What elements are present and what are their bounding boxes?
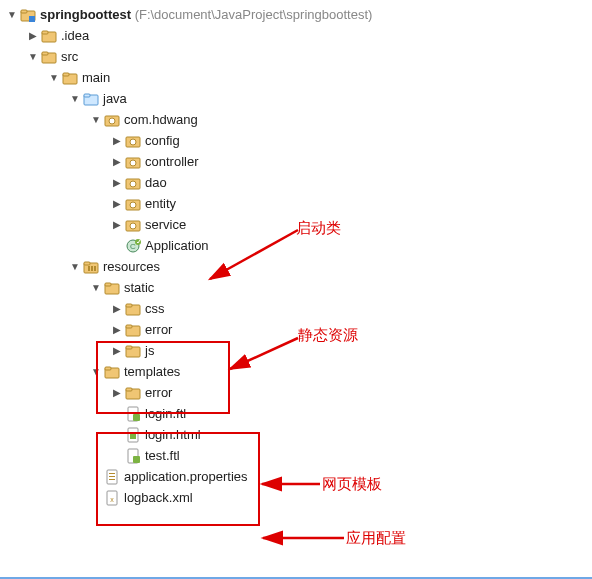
package-icon [125,154,141,170]
tree-item-label: js [145,340,154,361]
tree-row-java[interactable]: ▼ java [6,88,592,109]
chevron-right-icon[interactable]: ▶ [111,130,123,151]
java-class-icon: C [125,238,141,254]
tree-row-resources[interactable]: ▼ resources [6,256,592,277]
folder-icon [62,70,78,86]
properties-file-icon [104,469,120,485]
chevron-right-icon[interactable]: ▶ [111,214,123,235]
tree-row-terror[interactable]: ▶ error [6,382,592,403]
chevron-down-icon[interactable]: ▼ [69,256,81,277]
svg-rect-28 [88,266,90,271]
chevron-down-icon[interactable]: ▼ [27,46,39,67]
tree-item-label: test.ftl [145,445,180,466]
tree-row-service[interactable]: ▶ service [6,214,592,235]
chevron-right-icon[interactable]: ▶ [111,193,123,214]
chevron-down-icon[interactable]: ▼ [90,109,102,130]
tree-row-entity[interactable]: ▶ entity [6,193,592,214]
svg-rect-38 [126,346,132,349]
tree-row-error[interactable]: ▶ error [6,319,592,340]
tree-item-label: entity [145,193,176,214]
svg-point-25 [135,239,141,245]
tree-row-css[interactable]: ▶ css [6,298,592,319]
tree-item-label: controller [145,151,198,172]
tree-row-controller[interactable]: ▶ controller [6,151,592,172]
chevron-down-icon[interactable]: ▼ [48,67,60,88]
svg-rect-46 [130,433,136,439]
project-tree: ▼ springboottest (F:\document\JavaProjec… [0,0,592,508]
tree-item-label: templates [124,361,180,382]
svg-rect-44 [133,414,140,421]
tree-row-src[interactable]: ▼ src [6,46,592,67]
tree-item-label: login.html [145,424,201,445]
chevron-right-icon[interactable]: ▶ [111,172,123,193]
tree-row-main[interactable]: ▼ main [6,67,592,88]
chevron-down-icon[interactable]: ▼ [90,361,102,382]
chevron-right-icon[interactable]: ▶ [111,319,123,340]
svg-rect-51 [109,476,115,477]
svg-point-18 [130,181,136,187]
svg-rect-36 [126,325,132,328]
folder-icon [104,364,120,380]
tree-row-root[interactable]: ▼ springboottest (F:\document\JavaProjec… [6,4,592,25]
svg-rect-48 [133,456,140,463]
package-icon [125,133,141,149]
svg-rect-10 [84,94,90,97]
tree-row-loginftl[interactable]: login.ftl [6,403,592,424]
svg-rect-34 [126,304,132,307]
svg-point-12 [109,118,115,124]
tree-row-templates[interactable]: ▼ templates [6,361,592,382]
chevron-right-icon[interactable]: ▶ [111,151,123,172]
tree-item-label: service [145,214,186,235]
tree-row-testftl[interactable]: test.ftl [6,445,592,466]
tree-item-label: com.hdwang [124,109,198,130]
folder-icon [125,301,141,317]
tree-item-label: src [61,46,78,67]
tree-item-label: error [145,319,172,340]
tree-row-logback[interactable]: x logback.xml [6,487,592,508]
svg-rect-30 [94,266,96,271]
tree-row-loginhtml[interactable]: login.html [6,424,592,445]
tree-row-idea[interactable]: ▶ .idea [6,25,592,46]
tree-item-label: java [103,88,127,109]
svg-text:C: C [130,242,136,251]
svg-rect-8 [63,73,69,76]
tree-row-js[interactable]: ▶ js [6,340,592,361]
chevron-right-icon[interactable]: ▶ [27,25,39,46]
chevron-down-icon[interactable]: ▼ [69,88,81,109]
svg-rect-29 [91,266,93,271]
ftl-file-icon [125,406,141,422]
tree-row-config[interactable]: ▶ config [6,130,592,151]
package-icon [104,112,120,128]
tree-row-package[interactable]: ▼ com.hdwang [6,109,592,130]
tree-item-label: static [124,277,154,298]
tree-row-dao[interactable]: ▶ dao [6,172,592,193]
package-icon [125,196,141,212]
tree-row-application[interactable]: C Application [6,235,592,256]
tree-item-label: error [145,382,172,403]
chevron-right-icon[interactable]: ▶ [111,382,123,403]
chevron-right-icon[interactable]: ▶ [111,298,123,319]
module-folder-icon [20,7,36,23]
svg-point-16 [130,160,136,166]
folder-icon [41,28,57,44]
tree-item-label: resources [103,256,160,277]
svg-rect-42 [126,388,132,391]
svg-text:x: x [110,496,114,503]
tree-item-label: Application [145,235,209,256]
folder-icon [125,385,141,401]
html-file-icon [125,427,141,443]
svg-rect-27 [84,262,90,265]
chevron-down-icon[interactable]: ▼ [90,277,102,298]
tree-row-static[interactable]: ▼ static [6,277,592,298]
package-icon [125,175,141,191]
svg-rect-50 [109,473,115,474]
chevron-right-icon[interactable]: ▶ [111,340,123,361]
tree-row-appprops[interactable]: application.properties [6,466,592,487]
tree-item-label: css [145,298,165,319]
tree-item-label: application.properties [124,466,248,487]
chevron-down-icon[interactable]: ▼ [6,4,18,25]
source-folder-icon [83,91,99,107]
folder-icon [125,343,141,359]
project-name: springboottest [40,4,131,25]
annotation-appconf: 应用配置 [346,529,406,548]
